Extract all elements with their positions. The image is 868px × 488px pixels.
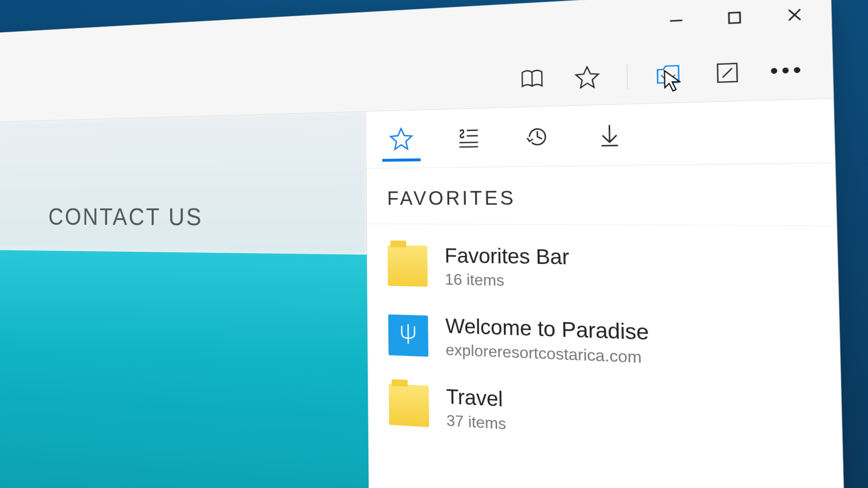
svg-line-0 xyxy=(670,20,682,21)
svg-line-11 xyxy=(602,145,618,146)
svg-line-6 xyxy=(467,130,478,130)
svg-rect-1 xyxy=(729,12,741,23)
close-button[interactable] xyxy=(781,2,808,28)
hub-panel-title: FAVORITES xyxy=(366,163,836,226)
favorites-list: Favorites Bar 16 items Welcome to Paradi… xyxy=(367,224,843,476)
hub-panel: FAVORITES Favorites Bar 16 items xyxy=(365,99,846,488)
tab-history[interactable] xyxy=(520,114,556,159)
minimize-button[interactable] xyxy=(663,8,689,33)
folder-icon xyxy=(387,245,427,286)
favorite-title: Welcome to Paradise xyxy=(445,314,649,345)
svg-line-10 xyxy=(609,125,610,141)
favorite-subtitle: exploreresortcostarica.com xyxy=(446,341,650,367)
favorite-subtitle: 37 items xyxy=(446,411,506,433)
toolbar-divider xyxy=(627,63,628,89)
web-note-icon[interactable] xyxy=(709,55,746,89)
tab-downloads[interactable] xyxy=(591,112,629,158)
maximize-button[interactable] xyxy=(721,5,747,30)
more-button[interactable]: ••• xyxy=(770,58,805,83)
page-background-sky xyxy=(0,111,367,255)
tab-reading-list[interactable] xyxy=(451,116,485,160)
svg-line-8 xyxy=(459,142,478,143)
favorites-star-icon[interactable] xyxy=(570,61,604,94)
page-background-sea xyxy=(0,249,369,488)
favorite-subtitle: 16 items xyxy=(445,270,569,291)
browser-window: ••• CONTACT US xyxy=(0,0,846,488)
reading-view-icon[interactable] xyxy=(516,63,548,96)
folder-icon xyxy=(389,383,429,427)
tab-favorites[interactable] xyxy=(385,117,418,161)
list-item[interactable]: Favorites Bar 16 items xyxy=(367,231,839,311)
favorite-title: Travel xyxy=(446,385,506,412)
hub-button[interactable] xyxy=(651,58,686,92)
webpage-content: CONTACT US xyxy=(0,111,369,488)
svg-line-9 xyxy=(459,146,478,147)
page-heading: CONTACT US xyxy=(48,202,203,231)
site-trident-icon xyxy=(388,314,429,356)
favorite-title: Favorites Bar xyxy=(444,244,569,270)
